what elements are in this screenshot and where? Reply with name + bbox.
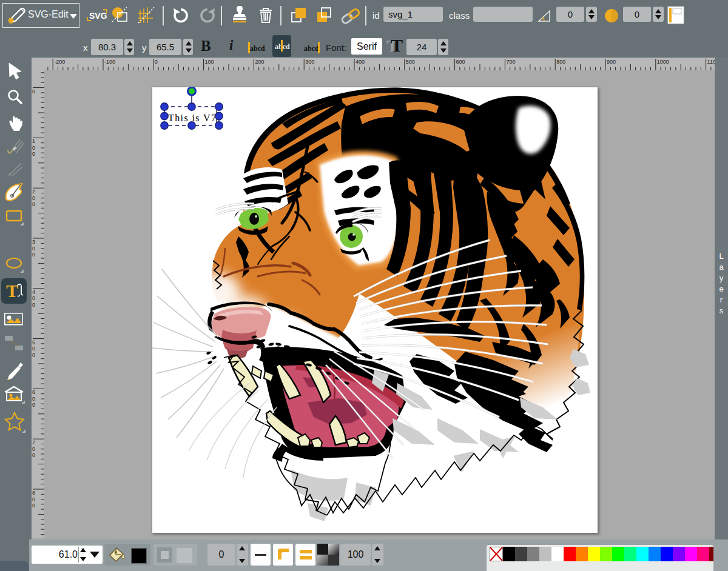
svg-text:4: 4 — [32, 289, 35, 295]
svg-text:0: 0 — [32, 302, 35, 308]
svg-text:0: 0 — [32, 446, 35, 452]
svg-text:0: 0 — [32, 195, 35, 201]
svg-text:8: 8 — [32, 490, 35, 496]
svg-text:400: 400 — [356, 59, 365, 65]
svg-text:0: 0 — [32, 352, 35, 358]
svg-text:0: 0 — [32, 252, 35, 258]
svg-text:0: 0 — [32, 346, 35, 352]
svg-text:0: 0 — [32, 402, 35, 408]
svg-text:7: 7 — [32, 439, 35, 446]
svg-text:SVG: SVG — [89, 11, 107, 21]
svg-text:0: 0 — [32, 245, 35, 252]
svg-text:0: 0 — [32, 88, 35, 95]
svg-text:100: 100 — [205, 59, 214, 65]
svg-text:5: 5 — [32, 339, 35, 346]
svg-text:-200: -200 — [54, 59, 65, 65]
svg-text:T: T — [6, 281, 18, 301]
svg-text:6: 6 — [32, 389, 35, 395]
svg-text:1000: 1000 — [657, 59, 669, 65]
svg-text:abcd: abcd — [250, 44, 265, 53]
svg-text:1: 1 — [32, 138, 35, 144]
svg-text:0: 0 — [32, 496, 35, 503]
svg-text:0: 0 — [32, 503, 35, 509]
svg-text:900: 900 — [607, 59, 616, 65]
svg-text:0: 0 — [32, 201, 35, 207]
svg-text:0: 0 — [32, 145, 35, 151]
svg-text:0: 0 — [155, 59, 158, 65]
svg-text:600: 600 — [456, 59, 465, 65]
svg-text:300: 300 — [305, 59, 314, 65]
svg-text:200: 200 — [255, 59, 264, 65]
svg-text:-100: -100 — [104, 59, 115, 65]
svg-text:0: 0 — [32, 452, 35, 458]
svg-text:700: 700 — [506, 59, 515, 65]
svg-text:0: 0 — [32, 295, 35, 301]
svg-text:500: 500 — [406, 59, 415, 65]
svg-text:abcd: abcd — [304, 44, 319, 53]
svg-text:0: 0 — [32, 396, 35, 402]
svg-text:3: 3 — [32, 239, 35, 245]
svg-text:800: 800 — [556, 59, 565, 65]
svg-text:2: 2 — [32, 189, 35, 195]
svg-text:1100: 1100 — [707, 59, 715, 65]
svg-text:0: 0 — [32, 151, 35, 157]
